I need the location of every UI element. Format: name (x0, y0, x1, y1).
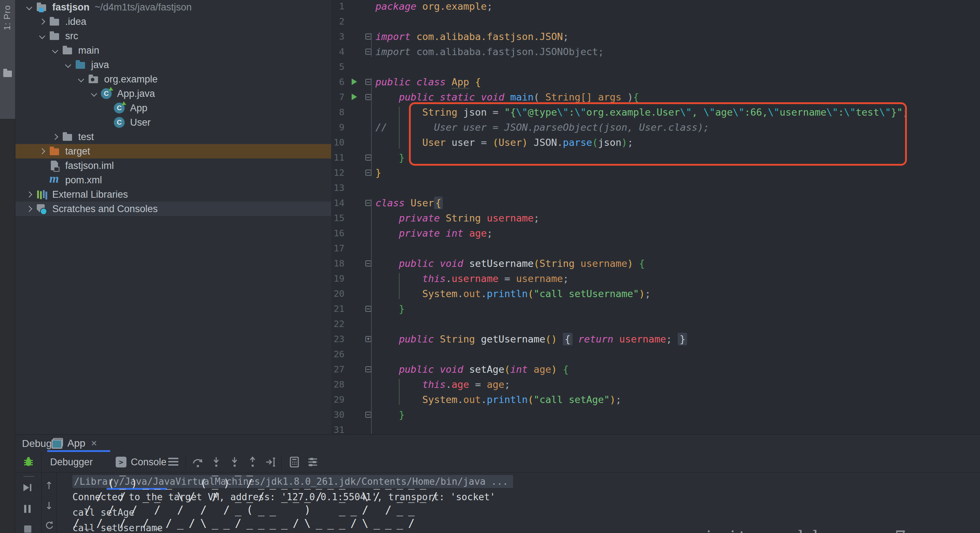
close-icon[interactable]: × (91, 438, 97, 449)
line-number[interactable]: 17 (331, 243, 347, 254)
tree-row[interactable]: App (16, 101, 331, 115)
chevron-down-icon[interactable] (62, 58, 75, 71)
line-number[interactable]: 30 (331, 409, 347, 420)
code-line[interactable]: 6–public class App { (331, 74, 980, 89)
fold-marker-fp[interactable]: + (361, 336, 375, 342)
line-number[interactable]: 10 (331, 137, 347, 148)
chevron-down-icon[interactable] (23, 1, 36, 14)
tree-row[interactable]: .idea (16, 14, 331, 29)
line-number[interactable]: 12 (331, 167, 347, 178)
chevron-down-icon[interactable] (88, 87, 100, 100)
fold-marker-fe[interactable]: – (361, 49, 375, 55)
line-number[interactable]: 21 (331, 304, 347, 314)
fold-marker-fs[interactable]: – (361, 79, 375, 85)
editor[interactable]: 1package org.example;23–import com.aliba… (331, 0, 980, 434)
fold-marker-fe[interactable]: – (361, 154, 375, 160)
code-line[interactable]: 14–class User{ (331, 195, 980, 210)
code-line[interactable]: 15 private String username; (331, 210, 980, 225)
line-number[interactable]: 23 (331, 334, 347, 344)
code-line[interactable]: 30– } (331, 407, 980, 422)
fold-marker-fe[interactable]: – (361, 306, 375, 312)
run-line-icon[interactable] (347, 94, 361, 100)
code-line[interactable]: 18– public void setUsername(String usern… (331, 256, 980, 271)
tree-row[interactable]: pom.xml (16, 173, 331, 187)
code-line[interactable]: 20 System.out.println("call setUsername"… (331, 286, 980, 301)
tree-row[interactable]: fastjson.iml (16, 159, 331, 173)
tree-row[interactable]: fastjson~/d4m1ts/java/fastjson (16, 0, 331, 14)
run-to-cursor-icon[interactable] (265, 456, 277, 468)
console-output[interactable]: /Library/Java/JavaVirtualMachines/jdk1.8… (57, 473, 980, 533)
tab-debugger[interactable]: Debugger (50, 452, 93, 472)
line-number[interactable]: 11 (331, 152, 347, 163)
code-line[interactable]: 27– public void setAge(int age) { (331, 362, 980, 377)
line-number[interactable]: 1 (331, 1, 347, 11)
step-out-icon[interactable] (247, 456, 259, 468)
fold-marker-fs[interactable]: – (361, 33, 375, 40)
code-line[interactable]: 28 this.age = age; (331, 377, 980, 392)
chevron-down-icon[interactable] (75, 73, 88, 86)
line-number[interactable]: 29 (331, 394, 347, 405)
tree-row[interactable]: java (16, 58, 331, 72)
tree-row[interactable]: Scratches and Consoles (16, 201, 331, 216)
line-number[interactable]: 6 (331, 77, 347, 87)
tab-console[interactable]: > Console (116, 452, 167, 472)
code-line[interactable]: 1package org.example; (331, 0, 980, 14)
fold-marker-fe[interactable]: – (361, 412, 375, 418)
step-over-icon[interactable] (192, 456, 204, 468)
line-number[interactable]: 2 (331, 16, 347, 27)
line-number[interactable]: 22 (331, 319, 347, 329)
code-line[interactable]: 22 (331, 316, 980, 332)
fold-marker-fs[interactable]: – (361, 94, 375, 100)
evaluate-expression-icon[interactable] (288, 456, 301, 468)
line-number[interactable]: 14 (331, 198, 347, 208)
down-stack-icon[interactable]: ↓ (43, 500, 55, 512)
code-line[interactable]: 2 (331, 14, 980, 29)
step-into-icon[interactable] (210, 456, 222, 468)
line-number[interactable]: 9 (331, 122, 347, 133)
soft-wrap-icon[interactable] (43, 520, 55, 532)
line-number[interactable]: 3 (331, 31, 347, 42)
chevron-right-icon[interactable] (36, 145, 49, 158)
chevron-right-icon[interactable] (23, 188, 36, 201)
code-line[interactable]: 17 (331, 241, 980, 256)
line-number[interactable]: 4 (331, 46, 347, 57)
line-number[interactable]: 8 (331, 107, 347, 117)
line-number[interactable]: 19 (331, 273, 347, 284)
tree-row[interactable]: User (16, 115, 331, 130)
chevron-right-icon[interactable] (23, 202, 36, 215)
stop-icon[interactable] (22, 523, 34, 533)
line-number[interactable]: 15 (331, 213, 347, 223)
run-line-icon[interactable] (347, 79, 361, 85)
code-line[interactable]: 5 (331, 59, 980, 74)
tree-row[interactable]: main (16, 43, 331, 58)
tree-row[interactable]: External Libraries (16, 187, 331, 201)
fold-marker-fs[interactable]: – (361, 200, 375, 206)
resume-icon[interactable] (22, 482, 34, 495)
debug-bug-icon[interactable] (24, 457, 33, 467)
tree-row[interactable]: App.java (16, 86, 331, 101)
project-tool-button[interactable]: 1: Pro (0, 0, 15, 119)
line-number[interactable]: 16 (331, 228, 347, 238)
code-line[interactable]: 21– } (331, 301, 980, 316)
code-line[interactable]: 12–} (331, 165, 980, 180)
debug-tab-app[interactable]: App × (51, 435, 97, 451)
line-number[interactable]: 27 (331, 364, 347, 374)
force-step-into-icon[interactable] (228, 456, 241, 468)
fold-marker-fs[interactable]: – (361, 366, 375, 373)
tree-row[interactable]: src (16, 29, 331, 43)
fold-marker-fs[interactable]: – (361, 260, 375, 266)
pause-icon[interactable] (22, 503, 34, 516)
chevron-down-icon[interactable] (49, 44, 62, 57)
code-line[interactable]: 29 System.out.println("call setAge"); (331, 392, 980, 407)
layout-menu-icon[interactable] (168, 458, 179, 466)
line-number[interactable]: 7 (331, 92, 347, 102)
tree-row[interactable]: test (16, 130, 331, 144)
fold-marker-fe[interactable]: – (361, 170, 375, 176)
code-line[interactable]: 16 private int age; (331, 225, 980, 241)
tree-row[interactable]: target (16, 144, 331, 159)
up-stack-icon[interactable]: ↑ (43, 480, 55, 492)
line-number[interactable]: 18 (331, 258, 347, 269)
line-number[interactable]: 26 (331, 349, 347, 359)
chevron-right-icon[interactable] (49, 130, 62, 143)
line-number[interactable]: 31 (331, 425, 347, 434)
